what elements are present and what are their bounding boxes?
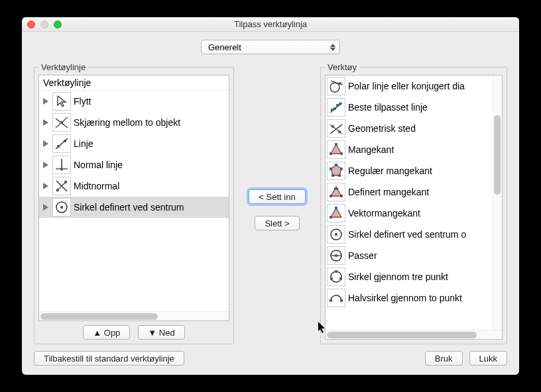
svg-point-38 <box>340 195 343 197</box>
tool-row[interactable]: Vektormangekant <box>326 203 493 224</box>
tool-row[interactable]: Mangekant <box>326 139 493 160</box>
polar-icon <box>327 77 345 95</box>
disclosure-triangle-icon[interactable] <box>42 140 50 147</box>
rigidpoly-icon <box>327 183 345 201</box>
transfer-buttons: < Sett inn Slett > <box>241 62 314 344</box>
svg-point-51 <box>330 277 333 280</box>
svg-point-12 <box>64 181 67 183</box>
tool-row-label: Polar linje eller konjugert dia <box>348 81 465 91</box>
svg-marker-31 <box>331 165 341 175</box>
svg-point-22 <box>339 103 341 105</box>
circle-center-icon <box>327 225 345 244</box>
svg-point-50 <box>339 277 342 280</box>
delete-button[interactable]: Slett > <box>255 216 299 230</box>
tool-row-label: Halvsirkel gjennom to punkt <box>348 293 462 303</box>
tool-row[interactable]: Sirkel definert ved sentrum o <box>326 224 493 245</box>
chevron-updown-icon <box>330 44 335 51</box>
dialog-window: Tilpass verktøylinja Generelt Verktøylin… <box>22 17 519 375</box>
svg-point-29 <box>340 152 343 155</box>
disclosure-triangle-icon[interactable] <box>42 183 50 189</box>
toolbar-row[interactable]: Normal linje <box>39 154 229 175</box>
titlebar: Tilpass verktøylinja <box>22 17 519 32</box>
svg-point-19 <box>331 109 333 111</box>
tools-legend: Verktøy <box>325 62 359 72</box>
toolbar-legend: Verktøylinje <box>38 62 88 72</box>
intersect-icon <box>52 113 71 132</box>
semicircle-icon <box>327 289 345 307</box>
tool-row-label: Geometrisk sted <box>348 123 416 134</box>
svg-point-8 <box>60 168 63 170</box>
svg-point-30 <box>330 152 332 155</box>
svg-point-2 <box>60 121 63 124</box>
svg-point-44 <box>335 233 337 236</box>
disclosure-triangle-icon[interactable] <box>42 204 50 211</box>
move-up-button[interactable]: ▲ Opp <box>83 325 130 340</box>
horizontal-scrollbar[interactable] <box>326 330 502 339</box>
svg-point-36 <box>330 168 332 170</box>
svg-point-32 <box>335 164 337 166</box>
compass-icon <box>327 246 345 265</box>
midperp-icon <box>52 177 71 195</box>
svg-point-5 <box>64 140 66 142</box>
svg-point-35 <box>331 174 334 177</box>
vertical-scrollbar[interactable] <box>493 75 502 330</box>
svg-point-11 <box>56 189 59 191</box>
tool-row[interactable]: Definert mangekant <box>326 181 493 203</box>
tool-row[interactable]: Halvsirkel gjennom to punkt <box>326 287 493 309</box>
toolbar-list[interactable]: Verktøylinje Flytt Skjæring mellom to ob… <box>38 75 229 321</box>
svg-point-42 <box>330 216 332 219</box>
toolbar-row[interactable]: Sirkel definert ved sentrum <box>39 197 229 218</box>
tool-row[interactable]: Sirkel gjennom tre punkt <box>326 266 493 287</box>
circle3pt-icon <box>327 268 345 286</box>
disclosure-triangle-icon[interactable] <box>42 162 50 168</box>
tool-row-label: Sirkel gjennom tre punkt <box>348 271 448 282</box>
tool-row[interactable]: Polar linje eller konjugert dia <box>326 75 493 97</box>
toolbar-row-label: Normal linje <box>74 160 123 170</box>
svg-point-33 <box>340 168 343 170</box>
move-down-button[interactable]: ▼ Ned <box>138 325 184 340</box>
vecpoly-icon <box>327 204 345 222</box>
window-title: Tilpass verktøylinja <box>22 19 519 29</box>
toolbar-fieldset: Verktøylinje Verktøylinje Flytt Skjæring… <box>34 62 234 344</box>
apply-button[interactable]: Bruk <box>425 351 463 366</box>
svg-point-41 <box>335 207 337 209</box>
toolbar-row-label: Skjæring mellom to objekt <box>74 117 180 128</box>
circle-center-icon <box>52 198 71 217</box>
tool-row[interactable]: Regulær mangekant <box>326 160 493 181</box>
tool-row-label: Beste tilpasset linje <box>348 102 428 113</box>
tool-row-label: Passer <box>348 250 377 261</box>
reset-button[interactable]: Tilbakestill til standard verktøylinje <box>34 351 184 366</box>
svg-point-53 <box>340 299 343 302</box>
tool-row-label: Regulær mangekant <box>348 166 432 176</box>
tool-row[interactable]: Passer <box>326 245 493 266</box>
svg-point-26 <box>338 130 341 133</box>
tool-row[interactable]: Beste tilpasset linje <box>326 97 493 118</box>
line-icon <box>52 134 71 153</box>
svg-point-4 <box>57 145 60 148</box>
tool-row[interactable]: Geometrisk sted <box>326 118 493 139</box>
svg-point-48 <box>331 271 341 282</box>
toolbar-row[interactable]: Linje <box>39 133 229 154</box>
svg-point-39 <box>330 195 332 197</box>
category-selected-label: Generelt <box>208 42 241 52</box>
toolbar-row-label: Linje <box>74 138 93 149</box>
svg-point-47 <box>335 254 337 257</box>
toolbar-row-label: Midtnormal <box>74 181 119 191</box>
disclosure-triangle-icon[interactable] <box>42 119 50 126</box>
svg-point-49 <box>335 270 337 273</box>
tools-fieldset: Verktøy Polar linje eller konjugert dia … <box>320 62 507 344</box>
toolbar-row[interactable]: Skjæring mellom to objekt <box>39 112 229 133</box>
svg-point-15 <box>330 83 339 92</box>
insert-button[interactable]: < Sett inn <box>249 189 305 204</box>
svg-point-34 <box>338 174 341 177</box>
close-button[interactable]: Lukk <box>469 351 507 366</box>
horizontal-scrollbar[interactable] <box>39 311 229 320</box>
locus-icon <box>327 119 345 138</box>
toolbar-row[interactable]: Midtnormal <box>39 175 229 197</box>
svg-point-14 <box>60 206 63 209</box>
disclosure-triangle-icon[interactable] <box>42 98 50 105</box>
category-select[interactable]: Generelt <box>201 40 340 54</box>
tools-list[interactable]: Polar linje eller konjugert dia Beste ti… <box>325 75 503 340</box>
toolbar-row[interactable]: Flytt <box>39 91 229 112</box>
svg-point-25 <box>331 125 334 128</box>
